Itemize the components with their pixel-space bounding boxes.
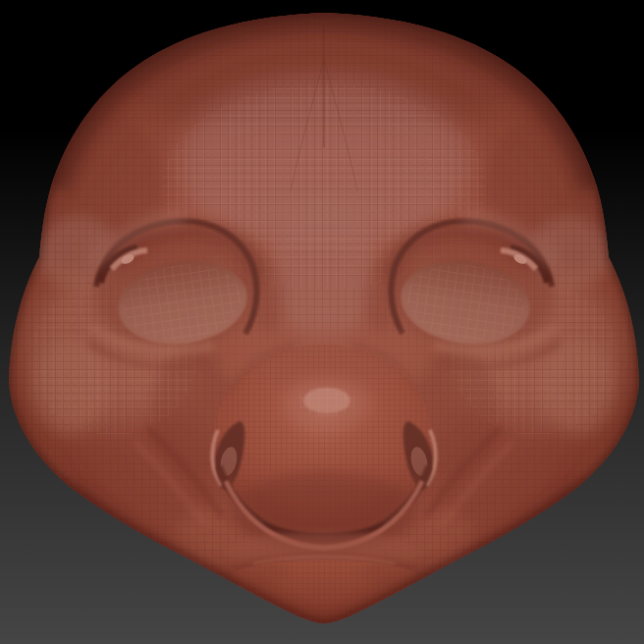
sculpt-canvas[interactable] [0, 0, 644, 644]
sculpt-viewport[interactable] [0, 0, 644, 644]
